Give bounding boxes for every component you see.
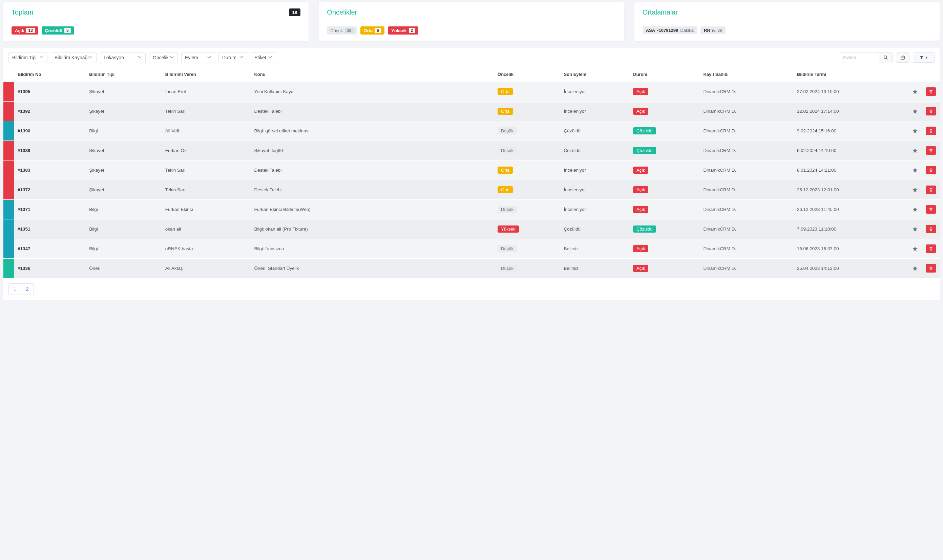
cell-owner: DinamikCRM D.: [700, 200, 793, 219]
star-icon[interactable]: [912, 187, 919, 193]
star-icon[interactable]: [912, 265, 919, 271]
cell-type: Bilgi: [86, 239, 162, 258]
status-pill: Açık: [633, 265, 648, 272]
cell-priority: Orta: [494, 102, 560, 121]
cell-reporter: okan ali: [162, 219, 251, 239]
cell-owner: DinamikCRM D.: [700, 102, 793, 121]
cell-type: Şikayet: [86, 180, 162, 200]
filter-status-select[interactable]: Durum: [219, 52, 247, 63]
cell-date: 26.12.2023 12:01:00: [794, 180, 909, 200]
table-row[interactable]: #1392ŞikayetTekin SarıDestek TalebiOrtaİ…: [3, 102, 940, 121]
resolved-badge: Çözüldü 5: [42, 26, 74, 35]
cell-reporter: Tekin Sarı: [162, 180, 251, 200]
cell-id: #1371: [14, 200, 86, 219]
star-icon[interactable]: [912, 246, 919, 252]
filter-location-select[interactable]: Lokasyon: [100, 52, 146, 63]
rr-label: RR %: [704, 28, 715, 33]
th-status[interactable]: Durum: [630, 67, 700, 82]
cell-last-action: İnceleniyor: [561, 82, 630, 102]
cell-date: 27.02.2024 13:10:00: [794, 82, 909, 102]
delete-button[interactable]: [926, 146, 936, 155]
filter-type-select[interactable]: Bildirim Tipi: [8, 52, 48, 63]
star-icon[interactable]: [912, 148, 919, 153]
filter-action-select[interactable]: Eylem: [181, 52, 215, 63]
filter-priority-label: Öncelik: [153, 55, 169, 60]
cell-status: Açık: [630, 180, 700, 200]
tickets-table: Bildirim No Bildirim Tipi Bildirimi Vere…: [3, 67, 940, 278]
row-color-bar: [3, 200, 14, 219]
star-icon[interactable]: [912, 128, 919, 134]
priority-pill: Düşük: [498, 245, 517, 252]
cell-owner: DinamikCRM D.: [700, 180, 793, 200]
table-row[interactable]: #1336ÖneriAli AktaşÖneri: Standart Üyeli…: [3, 258, 940, 278]
filter-source-select[interactable]: Bildirim Kaynağı: [51, 52, 97, 63]
filter-priority-select[interactable]: Öncelik: [149, 52, 178, 63]
cell-last-action: İnceleniyor: [561, 102, 630, 121]
table-row[interactable]: #1390BilgiAli VeliBilgi: görsel etiket m…: [3, 121, 940, 141]
cell-last-action: İnceleniyor: [561, 180, 630, 200]
search-input[interactable]: [839, 52, 879, 63]
table-row[interactable]: #1347BilgiöRNEK hastaBilgi: fransızcaDüş…: [3, 239, 940, 258]
delete-button[interactable]: [926, 225, 936, 233]
asa-unit: Dakika: [680, 28, 694, 33]
delete-button[interactable]: [926, 127, 936, 135]
priority-pill: Orta: [498, 88, 513, 95]
th-owner[interactable]: Kayıt Sahibi: [700, 67, 793, 82]
delete-button[interactable]: [926, 166, 936, 174]
cell-status: Çözüldü: [630, 219, 700, 239]
table-row[interactable]: #1372ŞikayetTekin SarıDestek TalebiOrtaİ…: [3, 180, 940, 200]
table-row[interactable]: #1389ŞikayetFurkan ÖzŞikayet: log90Düşük…: [3, 141, 940, 160]
delete-button[interactable]: [926, 87, 936, 96]
priority-pill: Düşük: [498, 206, 517, 213]
table-row[interactable]: #1371BilgiFurkan EkinciFurkan Ekinci Bil…: [3, 200, 940, 219]
priority-high-count: 2: [409, 28, 415, 33]
page-2-button[interactable]: 2: [22, 283, 34, 295]
cell-type: Şikayet: [86, 82, 162, 102]
cell-priority: Orta: [494, 82, 560, 102]
search-button[interactable]: [879, 52, 892, 63]
th-id[interactable]: Bildirim No: [14, 67, 86, 82]
filter-button[interactable]: ▼: [913, 52, 935, 63]
th-priority[interactable]: Öncelik: [494, 67, 560, 82]
th-type[interactable]: Bildirim Tipi: [86, 67, 162, 82]
cell-date: 16.06.2023 16:37:00: [794, 239, 909, 258]
page-1-button[interactable]: 1: [8, 283, 22, 295]
calendar-button[interactable]: [896, 52, 909, 63]
cell-date: 9.02.2024 15:16:00: [794, 121, 909, 141]
status-pill: Açık: [633, 88, 648, 95]
delete-button[interactable]: [926, 186, 936, 194]
th-subject[interactable]: Konu: [251, 67, 494, 82]
table-row[interactable]: #1351Bilgiokan aliBilgi: okan ali (Pro F…: [3, 219, 940, 239]
star-icon[interactable]: [912, 226, 919, 232]
star-icon[interactable]: [912, 108, 919, 114]
star-icon[interactable]: [912, 89, 919, 94]
priority-low-label: Düşük: [330, 28, 343, 33]
chevron-down-icon: [40, 56, 44, 59]
priority-mid-label: Orta: [364, 28, 373, 33]
star-icon[interactable]: [912, 167, 919, 173]
cell-status: Açık: [630, 239, 700, 258]
cell-priority: Yüksek: [494, 219, 560, 239]
rr-value: 28: [717, 28, 722, 33]
chevron-down-icon: [269, 56, 272, 59]
filter-tag-select[interactable]: Etiket: [251, 52, 276, 63]
delete-button[interactable]: [926, 205, 936, 214]
status-pill: Açık: [633, 166, 648, 174]
table-row[interactable]: #1395Şikayetİhsan ErolYeni Kullanıcı Kay…: [3, 82, 940, 102]
cell-status: Açık: [630, 160, 700, 180]
delete-button[interactable]: [926, 107, 936, 115]
th-date[interactable]: Bildirim Tarihi: [794, 67, 909, 82]
cell-id: #1336: [14, 258, 86, 278]
cell-last-action: İnceleniyor: [561, 200, 630, 219]
cell-priority: Düşük: [494, 239, 560, 258]
star-icon[interactable]: [912, 206, 919, 212]
th-reporter[interactable]: Bildirimi Veren: [162, 67, 251, 82]
priority-pill: Düşük: [498, 127, 517, 134]
filters-bar: Bildirim Tipi Bildirim Kaynağı Lokasyon …: [3, 48, 940, 67]
trash-icon: [929, 207, 933, 212]
th-last-action[interactable]: Son Eylem: [561, 67, 630, 82]
table-row[interactable]: #1383ŞikayetTekin SarıDestek TalebiOrtaİ…: [3, 160, 940, 180]
delete-button[interactable]: [926, 245, 936, 253]
averages-card-title: Ortalamalar: [643, 8, 678, 16]
delete-button[interactable]: [926, 264, 936, 272]
